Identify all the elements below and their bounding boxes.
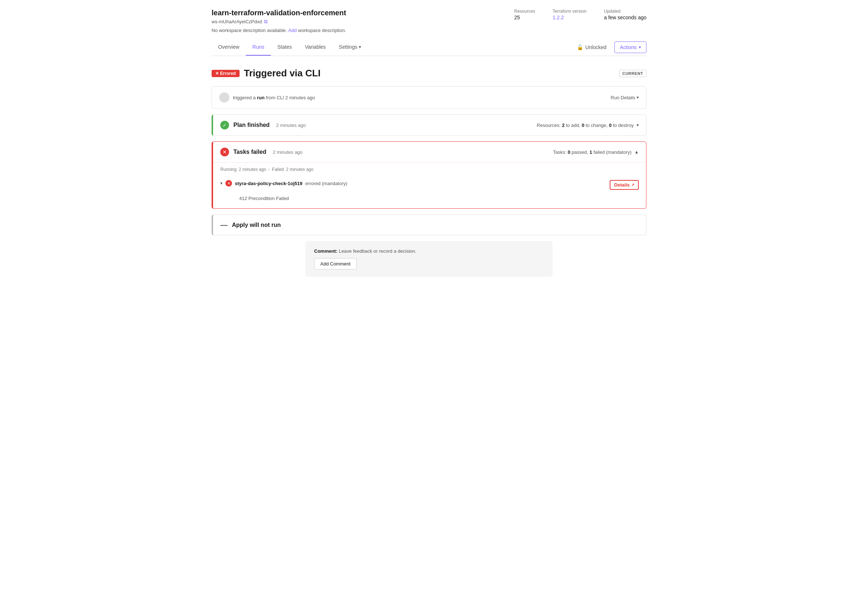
main-content: ✕ Errored Triggered via CLI CURRENT trig… [211, 56, 647, 288]
trigger-avatar [219, 92, 229, 103]
workspace-title: learn-terraform-validation-enforcement [211, 9, 346, 17]
task-item-error-icon: ✕ [225, 180, 232, 187]
workspace-description: No workspace description available. Add … [211, 28, 346, 33]
run-details-button[interactable]: Run Details ▾ [611, 95, 639, 100]
copy-icon[interactable]: ⧉ [264, 19, 267, 25]
add-comment-button[interactable]: Add Comment [314, 258, 357, 269]
plan-success-icon: ✓ [220, 121, 229, 129]
task-details-button[interactable]: Details ↗ [610, 180, 639, 190]
tasks-title: Tasks failed [233, 149, 266, 155]
tasks-body: Running 2 minutes ago › Failed 2 minutes… [213, 162, 646, 208]
tab-runs[interactable]: Runs [246, 39, 271, 56]
tasks-section: ✕ Tasks failed 2 minutes ago Tasks: 0 pa… [211, 142, 647, 209]
breadcrumb-separator: › [268, 167, 270, 172]
tab-settings[interactable]: Settings ▾ [332, 39, 368, 56]
unlock-icon: 🔓 [577, 44, 583, 50]
task-name: styra-das-policy-check-1oj519 [235, 181, 303, 186]
plan-chevron-icon: ▾ [637, 123, 639, 128]
tab-variables[interactable]: Variables [298, 39, 332, 56]
run-details-chevron-icon: ▾ [637, 95, 639, 100]
meta-terraform-version: Terraform version 1.2.2 [553, 9, 586, 20]
tasks-time: 2 minutes ago [273, 149, 303, 155]
task-chevron-icon[interactable]: ▾ [220, 181, 222, 186]
actions-chevron-icon: ▾ [639, 45, 641, 50]
plan-time: 2 minutes ago [276, 123, 306, 128]
nav-tabs: Overview Runs States Variables Settings … [211, 39, 368, 56]
external-link-icon: ↗ [631, 182, 634, 187]
add-description-link[interactable]: Add [288, 28, 297, 33]
plan-section: ✓ Plan finished 2 minutes ago Resources:… [211, 115, 647, 135]
meta-resources: Resources 25 [514, 9, 535, 20]
trigger-text: triggered a run from CLI 2 minutes ago [233, 95, 315, 100]
workspace-id: ws-mUhaArAyeiCzPdxd ⧉ [211, 19, 346, 25]
task-status: errored (mandatory) [305, 181, 348, 186]
meta-updated: Updated a few seconds ago [604, 9, 647, 20]
apply-dash-icon: — [220, 221, 228, 229]
task-item: ▾ ✕ styra-das-policy-check-1oj519 errore… [220, 177, 639, 193]
tab-states[interactable]: States [271, 39, 298, 56]
trigger-row: triggered a run from CLI 2 minutes ago R… [211, 86, 647, 109]
plan-title: Plan finished [233, 122, 270, 128]
tasks-right: Tasks: 0 passed, 1 failed (mandatory) ▲ [553, 149, 639, 155]
tasks-error-icon: ✕ [220, 148, 229, 156]
task-error-message: 412 Precondition Failed [220, 193, 639, 202]
plan-left: ✓ Plan finished 2 minutes ago [220, 121, 306, 129]
workspace-meta: Resources 25 Terraform version 1.2.2 Upd… [514, 9, 647, 20]
apply-title: Apply will not run [232, 222, 281, 229]
settings-chevron-icon: ▾ [359, 44, 361, 50]
run-title: Triggered via CLI [244, 68, 321, 79]
run-header: ✕ Errored Triggered via CLI CURRENT [211, 68, 647, 79]
unlocked-button[interactable]: 🔓 Unlocked [574, 42, 610, 52]
comment-label: Comment: Leave feedback or record a deci… [314, 248, 544, 254]
nav-bar: Overview Runs States Variables Settings … [211, 39, 647, 56]
tasks-header: ✕ Tasks failed 2 minutes ago Tasks: 0 pa… [213, 142, 646, 162]
plan-right: Resources: 2 to add, 0 to change, 0 to d… [536, 123, 639, 128]
task-item-left: ▾ ✕ styra-das-policy-check-1oj519 errore… [220, 180, 347, 187]
tab-overview[interactable]: Overview [211, 39, 246, 56]
tasks-breadcrumb: Running 2 minutes ago › Failed 2 minutes… [220, 167, 639, 172]
apply-section: — Apply will not run [211, 215, 647, 235]
run-header-left: ✕ Errored Triggered via CLI [211, 68, 321, 79]
current-badge: CURRENT [619, 70, 647, 77]
trigger-left: triggered a run from CLI 2 minutes ago [219, 92, 315, 103]
nav-actions: 🔓 Unlocked Actions ▾ [574, 42, 647, 53]
comment-section: Comment: Leave feedback or record a deci… [305, 241, 553, 277]
tasks-chevron-icon: ▲ [634, 149, 639, 154]
terraform-version-link[interactable]: 1.2.2 [553, 14, 564, 20]
actions-button[interactable]: Actions ▾ [614, 42, 647, 53]
tasks-left: ✕ Tasks failed 2 minutes ago [220, 148, 303, 156]
errored-badge: ✕ Errored [211, 70, 239, 77]
